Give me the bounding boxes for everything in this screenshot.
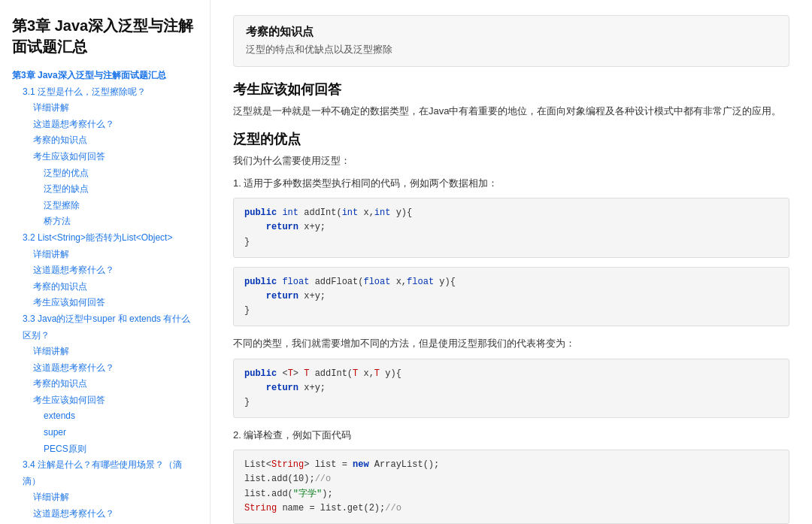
advantages-item1: 1. 适用于多种数据类型执行相同的代码，例如两个数据相加： xyxy=(233,175,789,192)
table-of-contents: 第3章 Java深入泛型与注解面试题汇总 3.1 泛型是什么，泛型擦除呢？ 详细… xyxy=(12,68,198,524)
toc-item[interactable]: 详细讲解 xyxy=(12,100,198,117)
toc-item[interactable]: 泛型擦除 xyxy=(12,198,198,214)
toc-item[interactable]: 3.4 注解是什么？有哪些使用场景？（滴滴） xyxy=(12,457,198,489)
advantages-intro: 我们为什么需要使用泛型： xyxy=(233,153,789,169)
how-to-answer-text: 泛型就是一种就是一种不确定的数据类型，在Java中有着重要的地位，在面向对象编程… xyxy=(233,103,789,120)
toc-item[interactable]: 这道题想考察什么？ xyxy=(12,360,198,377)
left-panel: 第3章 Java深入泛型与注解面试题汇总 第3章 Java深入泛型与注解面试题汇… xyxy=(0,0,211,524)
toc-item[interactable]: 详细讲解 xyxy=(12,247,198,263)
toc-item[interactable]: 3.2 List<String>能否转为List<Object> xyxy=(12,230,198,247)
code-generic-method: public <T> T addInt(T x,T y){ return x+y… xyxy=(233,359,789,419)
toc-item[interactable]: 这道题想考察什么？ xyxy=(12,117,198,133)
toc-item[interactable]: 详细讲解 xyxy=(12,344,198,360)
main-title: 第3章 Java深入泛型与注解面试题汇总 xyxy=(12,15,198,57)
how-to-answer-title: 考生应该如何回答 xyxy=(233,80,789,98)
advantages-between: 不同的类型，我们就需要增加不同的方法，但是使用泛型那我们的代表将变为： xyxy=(233,335,789,352)
knowledge-box-title: 考察的知识点 xyxy=(246,25,777,39)
toc-item[interactable]: 考生应该如何回答 xyxy=(12,149,198,165)
toc-item[interactable]: 考察的知识点 xyxy=(12,376,198,392)
toc-item[interactable]: extends xyxy=(12,408,198,425)
advantages-title: 泛型的优点 xyxy=(233,130,789,148)
toc-item[interactable]: 详细讲解 xyxy=(12,489,198,506)
advantages-item2: 2. 编译检查，例如下面代码 xyxy=(233,427,789,444)
toc-item[interactable]: 考生应该如何回答 xyxy=(12,295,198,311)
code-float-method: public float addFloat(float x,float y){ … xyxy=(233,267,789,327)
toc-item[interactable]: 考察的知识点 xyxy=(12,132,198,149)
knowledge-box: 考察的知识点 泛型的特点和优缺点以及泛型擦除 xyxy=(233,15,789,67)
toc-item[interactable]: 考生应该如何回答 xyxy=(12,392,198,409)
code-int-method: public int addInt(int x,int y){ return x… xyxy=(233,198,789,258)
toc-item[interactable]: 泛型的缺点 xyxy=(12,181,198,198)
toc-item[interactable]: 这道题想考察什么？ xyxy=(12,506,198,522)
toc-item[interactable]: 考察的知识点 xyxy=(12,279,198,295)
toc-item[interactable]: 这道题想考察什么？ xyxy=(12,262,198,279)
toc-item[interactable]: super xyxy=(12,425,198,441)
right-panel: 考察的知识点 泛型的特点和优缺点以及泛型擦除 考生应该如何回答 泛型就是一种就是… xyxy=(211,0,812,524)
toc-item[interactable]: 3.1 泛型是什么，泛型擦除呢？ xyxy=(12,84,198,101)
toc-item[interactable]: 3.3 Java的泛型中super 和 extends 有什么区别？ xyxy=(12,311,198,344)
toc-item[interactable]: 泛型的优点 xyxy=(12,165,198,182)
toc-chapter-link[interactable]: 第3章 Java深入泛型与注解面试题汇总 xyxy=(12,68,198,84)
toc-item[interactable]: 桥方法 xyxy=(12,214,198,230)
code-list-example: List<String> list = new ArrayList(); lis… xyxy=(233,450,789,524)
toc-item[interactable]: PECS原则 xyxy=(12,441,198,458)
knowledge-box-text: 泛型的特点和优缺点以及泛型擦除 xyxy=(246,42,777,57)
